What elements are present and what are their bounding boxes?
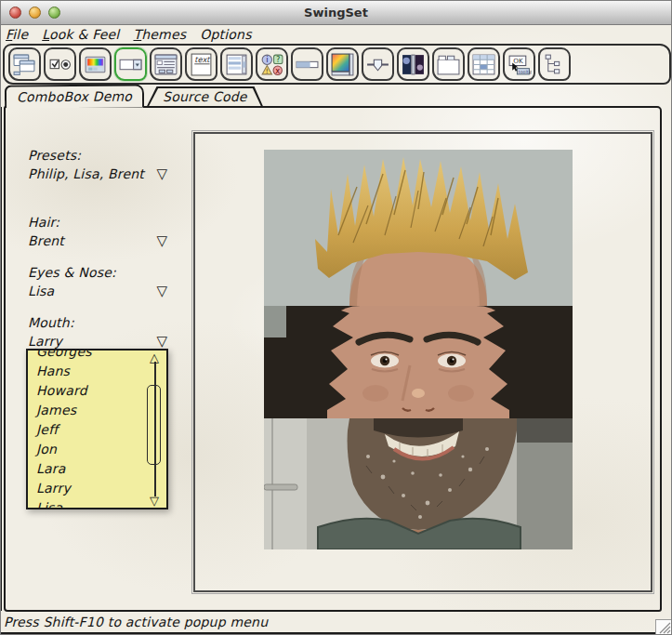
splitpane-demo-icon: [401, 52, 426, 77]
svg-text:x: x: [275, 65, 280, 74]
svg-text:OK: OK: [513, 57, 523, 65]
slider-demo-button[interactable]: [362, 47, 394, 81]
menu-look-feel[interactable]: Look & Feel: [42, 27, 119, 42]
internal-frame-demo-icon: [12, 52, 37, 77]
tabbedpane-demo-icon: [436, 52, 461, 77]
statusbar: Press Shift-F10 to activate popup menu: [4, 615, 268, 629]
button-demo-icon: [47, 52, 72, 77]
colorchooser-demo-icon: [83, 52, 108, 77]
presets-combobox[interactable]: Philip, Lisa, Brent▽: [28, 166, 167, 181]
combo-label-eyes-nose: Eyes & Nose:: [28, 265, 167, 280]
button-demo-button[interactable]: [44, 47, 76, 81]
table-demo-button[interactable]: [468, 47, 500, 81]
panel-edge-line: [1, 107, 2, 611]
statusbar-divider: [1, 632, 672, 634]
menubar: FileLook & FeelThemesOptions: [1, 25, 671, 44]
tab-label: ComboBox Demo: [17, 89, 132, 105]
internal-frame-demo-button[interactable]: [8, 47, 41, 81]
combo-label-hair: Hair:: [28, 215, 167, 230]
html-demo-button[interactable]: text: [185, 47, 217, 81]
list-demo-button[interactable]: [220, 47, 253, 81]
slider-demo-icon: [365, 52, 390, 77]
swingset-window: SwingSet FileLook & FeelThemesOptions te…: [0, 0, 672, 635]
tooltip-demo-button[interactable]: OKtooltip: [503, 47, 535, 81]
scrollpane-demo-icon: [330, 52, 355, 77]
menu-file[interactable]: File: [6, 27, 28, 42]
optionpane-demo-button[interactable]: i?!x: [256, 47, 288, 81]
combo-value: Philip, Lisa, Brent: [28, 166, 144, 181]
combo-dropdown-arrow-icon[interactable]: ▽: [156, 167, 167, 181]
scroll-down-icon[interactable]: ▽: [144, 494, 165, 508]
tabbedpane-demo-button[interactable]: [432, 47, 465, 81]
svg-text:?: ?: [276, 54, 280, 63]
combo-dropdown-arrow-icon[interactable]: ▽: [156, 234, 167, 248]
html-demo-icon: text: [189, 52, 214, 77]
menu-options[interactable]: Options: [200, 27, 251, 42]
combo-dropdown-arrow-icon[interactable]: ▽: [156, 284, 167, 298]
eyes-nose-segment: [264, 306, 573, 418]
scrollpane-demo-button[interactable]: [326, 47, 359, 81]
scrollbar-thumb[interactable]: [147, 385, 161, 465]
combo-group-eyes-nose: Eyes & Nose:Lisa▽: [28, 265, 167, 298]
face-preview-image: [264, 150, 573, 549]
toolbar: texti?!xOKtooltip: [3, 44, 671, 85]
window-title: SwingSet: [1, 6, 671, 20]
optionpane-demo-icon: i?!x: [259, 52, 284, 77]
popup-scrollbar: △ ▽: [144, 351, 165, 508]
tab-source-code[interactable]: Source Code: [146, 86, 264, 108]
svg-text:i: i: [266, 55, 268, 64]
titlebar: SwingSet: [1, 1, 671, 25]
combo-value: Lisa: [28, 284, 54, 298]
combobox-demo-button[interactable]: [114, 47, 147, 81]
combo-group-presets: Presets:Philip, Lisa, Brent▽: [28, 148, 167, 181]
tab-row: ComboBox Demo Source Code: [5, 85, 264, 108]
svg-text:tooltip: tooltip: [519, 69, 532, 73]
svg-text:text: text: [194, 55, 211, 64]
combo-group-hair: Hair:Brent▽: [28, 215, 167, 248]
combo-label-mouth: Mouth:: [28, 315, 167, 330]
tree-demo-icon: [542, 52, 567, 77]
menu-themes[interactable]: Themes: [133, 27, 186, 42]
combo-label-presets: Presets:: [28, 148, 167, 163]
tree-demo-button[interactable]: [538, 47, 571, 81]
tab-label: Source Code: [163, 89, 247, 104]
combobox-demo-icon: [118, 52, 143, 77]
filechooser-demo-icon: [153, 52, 178, 77]
tooltip-demo-icon: OKtooltip: [507, 52, 532, 77]
progressbar-demo-icon: [295, 52, 320, 77]
resize-grip[interactable]: [655, 619, 672, 635]
face-preview-frame: [193, 132, 652, 592]
filechooser-demo-button[interactable]: [150, 47, 182, 81]
combo-dropdown-arrow-icon[interactable]: ▽: [156, 335, 167, 349]
status-text: Press Shift-F10 to activate popup menu: [4, 615, 268, 629]
mouth-combobox[interactable]: Larry▽: [28, 334, 167, 349]
mouth-segment: [264, 418, 573, 549]
combobox-demo-panel: Presets:Philip, Lisa, Brent▽Hair:Brent▽E…: [4, 106, 662, 612]
combo-group-mouth: Mouth:Larry▽: [28, 315, 167, 349]
combo-value: Larry: [28, 334, 62, 349]
progressbar-demo-button[interactable]: [291, 47, 323, 81]
colorchooser-demo-button[interactable]: [79, 47, 112, 81]
mouth-dropdown-popup: GeorgesHansHowardJamesJeffJonLaraLarryLi…: [26, 349, 168, 509]
hair-combobox[interactable]: Brent▽: [28, 233, 167, 248]
list-demo-icon: [224, 52, 249, 77]
splitpane-demo-button[interactable]: [397, 47, 429, 81]
hair-segment: [264, 150, 573, 306]
tab-combobox-demo[interactable]: ComboBox Demo: [5, 84, 144, 108]
table-demo-icon: [471, 52, 496, 77]
eyes-nose-combobox[interactable]: Lisa▽: [28, 284, 167, 298]
combo-value: Brent: [28, 233, 64, 248]
svg-text:!: !: [266, 67, 269, 75]
